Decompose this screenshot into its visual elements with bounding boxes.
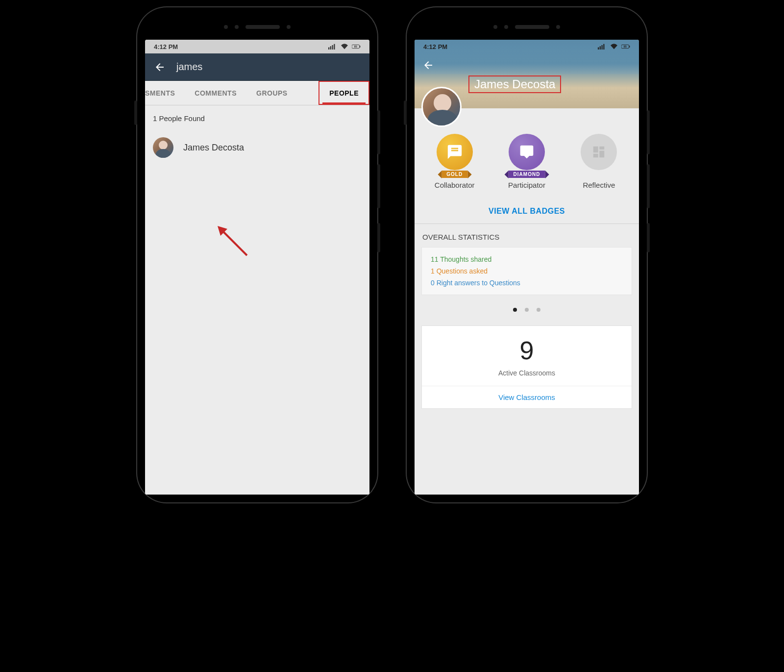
page-dot[interactable] — [513, 308, 517, 312]
profile-hero: 4:12 PM 85 James Decosta — [415, 40, 639, 108]
phone-side-button — [647, 223, 650, 252]
phone-speaker — [224, 25, 291, 29]
badge-tier: GOLD — [441, 171, 467, 178]
phone-speaker — [493, 25, 560, 29]
status-icons: 85 — [328, 43, 361, 50]
person-name: James Decosta — [183, 143, 244, 153]
svg-text:85: 85 — [354, 45, 357, 48]
page-indicator — [415, 295, 639, 325]
phone-side-button — [134, 100, 137, 125]
svg-rect-9 — [598, 48, 599, 50]
tab-people[interactable]: PEOPLE — [318, 81, 369, 105]
phone-side-button — [377, 223, 380, 252]
badge-participator[interactable]: DIAMOND Participator — [491, 134, 563, 189]
svg-marker-8 — [218, 226, 227, 236]
status-bar: 4:12 PM 85 — [415, 40, 639, 53]
signal-icon — [328, 43, 337, 50]
svg-rect-18 — [600, 151, 605, 158]
profile-avatar[interactable] — [421, 87, 462, 127]
svg-rect-10 — [600, 46, 601, 50]
back-arrow-icon[interactable] — [422, 59, 434, 71]
tab-assignments-partial[interactable]: SMENTS — [145, 81, 185, 105]
tab-bar: SMENTS COMMENTS GROUPS PEOPLE — [145, 81, 369, 105]
classrooms-count: 9 — [422, 336, 632, 365]
avatar — [153, 137, 173, 158]
view-all-badges-link[interactable]: VIEW ALL BADGES — [489, 207, 565, 215]
badge-reflective[interactable]: Reflective — [563, 134, 635, 189]
tab-groups[interactable]: GROUPS — [246, 81, 297, 105]
speech-icon — [509, 134, 545, 170]
badges-row: GOLD Collaborator DIAMOND Participator — [415, 134, 639, 199]
svg-rect-0 — [328, 48, 329, 50]
wifi-icon — [340, 43, 349, 50]
svg-rect-14 — [629, 46, 630, 48]
svg-rect-12 — [603, 44, 604, 50]
status-icons: 85 — [598, 43, 630, 50]
phone-side-button — [377, 164, 380, 208]
svg-rect-11 — [602, 45, 603, 50]
grid-icon — [581, 134, 617, 170]
view-all-badges-row: VIEW ALL BADGES — [415, 199, 639, 224]
chat-icon — [437, 134, 473, 170]
phone-mockup-left: 4:12 PM 85 james SMENTS COMMENTS GROUPS … — [137, 7, 377, 502]
svg-text:85: 85 — [624, 45, 627, 48]
badge-label: Reflective — [563, 181, 635, 189]
wifi-icon — [610, 43, 618, 50]
search-query-text[interactable]: james — [176, 61, 202, 73]
results-count-label: 1 People Found — [153, 114, 362, 123]
search-results: 1 People Found James Decosta — [145, 105, 369, 495]
svg-rect-5 — [360, 46, 360, 48]
status-time: 4:12 PM — [154, 43, 178, 50]
back-arrow-icon[interactable] — [154, 61, 166, 73]
svg-rect-1 — [330, 46, 331, 50]
profile-name: James Decosta — [468, 75, 561, 93]
svg-rect-17 — [600, 147, 605, 149]
overall-statistics-title: OVERALL STATISTICS — [415, 224, 639, 247]
stats-card: 11 Thoughts shared 1 Questions asked 0 R… — [421, 247, 632, 295]
view-classrooms-link[interactable]: View Classrooms — [422, 386, 632, 408]
svg-rect-19 — [593, 154, 598, 158]
stat-answers: 0 Right answers to Questions — [431, 279, 623, 287]
stat-thoughts: 11 Thoughts shared — [431, 255, 623, 263]
classrooms-label: Active Classrooms — [422, 369, 632, 377]
page-dot[interactable] — [525, 308, 529, 312]
person-result-row[interactable]: James Decosta — [153, 134, 362, 161]
page-dot[interactable] — [537, 308, 540, 312]
phone-side-button — [647, 110, 650, 154]
battery-icon: 85 — [352, 43, 361, 50]
badge-collaborator[interactable]: GOLD Collaborator — [419, 134, 490, 189]
svg-rect-2 — [332, 45, 333, 50]
search-bar: james — [145, 53, 369, 81]
profile-body: GOLD Collaborator DIAMOND Participator — [415, 108, 639, 495]
battery-icon: 85 — [621, 43, 630, 50]
phone-side-button — [647, 164, 650, 208]
badge-tier: DIAMOND — [509, 171, 545, 178]
signal-icon — [598, 43, 607, 50]
phone-side-button — [404, 100, 407, 125]
tab-comments[interactable]: COMMENTS — [185, 81, 246, 105]
svg-line-7 — [221, 230, 247, 255]
svg-rect-16 — [593, 147, 598, 153]
badge-label: Participator — [491, 181, 563, 189]
status-time: 4:12 PM — [423, 43, 447, 50]
phone-mockup-right: 4:12 PM 85 James Decosta GOLD — [407, 7, 647, 502]
annotation-arrow-icon — [213, 221, 252, 260]
phone-side-button — [377, 110, 380, 154]
status-bar: 4:12 PM 85 — [145, 40, 369, 53]
classrooms-card: 9 Active Classrooms View Classrooms — [421, 325, 632, 409]
svg-rect-3 — [334, 44, 335, 50]
badge-label: Collaborator — [419, 181, 490, 189]
stat-questions: 1 Questions asked — [431, 267, 623, 275]
